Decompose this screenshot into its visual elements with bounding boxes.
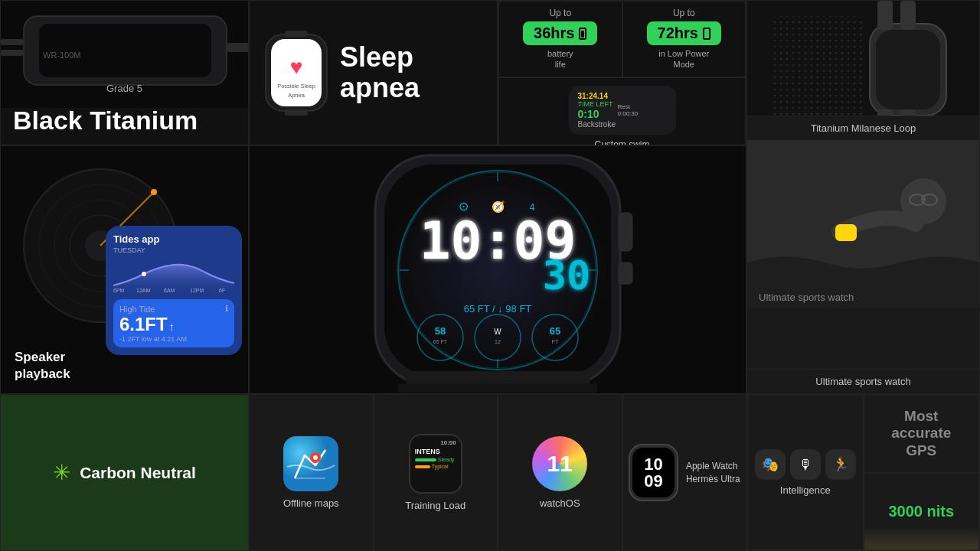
sleep-cell: ♥ Possible Sleep Apnea Sleep apnea: [249, 0, 498, 145]
speaker-label: Speaker playback: [15, 349, 70, 383]
swim-label: Custom swim workouts: [594, 139, 649, 145]
milanese-label: Titanium Milanese Loop: [747, 116, 979, 140]
battery-badge: 36hrs: [523, 21, 597, 45]
sports-watch-label: Ultimate sports watch: [747, 369, 979, 393]
swim-cell: 31:24.14 TIME LEFT 0:10 Rest 0:00:30 Bac…: [498, 77, 746, 145]
right-top-area: Titanium Milanese Loop Ultimate sports w: [746, 0, 980, 394]
speaker-cell: Tides app TUESDAY 6PM 12AM 6AM: [0, 145, 249, 394]
low-power-label: in Low Power Mode: [658, 48, 709, 70]
sports-watch-image: Ultimate sports watch: [747, 140, 979, 369]
svg-text:65 FT: 65 FT: [433, 339, 448, 344]
svg-rect-47: [619, 262, 632, 284]
svg-rect-22: [877, 109, 893, 116]
svg-rect-71: [398, 383, 597, 393]
intelligence-cell: 🎭 🎙 🏃 Intelligence: [747, 395, 864, 550]
hermes-cell: 10 09 Apple Watch Hermès Ultra: [622, 394, 747, 551]
svg-text:30: 30: [543, 253, 591, 298]
svg-rect-21: [900, 1, 916, 30]
gps-cell: Most accurate GPS: [864, 395, 980, 473]
svg-rect-12: [285, 31, 308, 37]
swim-timeleft: 0:10: [578, 108, 613, 120]
svg-rect-20: [877, 1, 893, 30]
intel-icon-3: 🏃: [825, 449, 856, 480]
svg-text:12PM: 12PM: [190, 288, 204, 293]
intel-icon-1: 🎭: [755, 449, 786, 480]
svg-text:12: 12: [495, 339, 501, 344]
svg-text:Ultimate sports watch: Ultimate sports watch: [759, 292, 854, 303]
sports-svg: Ultimate sports watch: [747, 140, 979, 308]
svg-text:6AM: 6AM: [164, 288, 175, 293]
svg-text:♥: ♥: [290, 55, 303, 79]
top-col3-cell: Up to 36hrs battery life Up to 72hrs in …: [498, 0, 746, 145]
training-watch-icon: 10:00 INTENS Steady Typical: [409, 434, 462, 494]
milanese-image: [747, 1, 979, 116]
svg-rect-19: [876, 30, 940, 109]
tide-label: High Tide: [119, 305, 155, 314]
svg-rect-72: [283, 436, 338, 491]
nits-value: 3000 nits: [888, 503, 954, 520]
svg-point-39: [142, 272, 146, 276]
intel-icon-2: 🎙: [790, 449, 821, 480]
hermes-watch-area: 10 09 Apple Watch Hermès Ultra: [629, 444, 740, 501]
up-to-label2: Up to: [673, 8, 695, 18]
milanese-svg: [747, 1, 979, 116]
svg-rect-30: [835, 224, 857, 241]
carbon-icon: ✳: [53, 460, 70, 485]
svg-rect-3: [1, 39, 24, 45]
hermes-time-h: 10: [644, 456, 662, 473]
svg-point-38: [151, 189, 157, 195]
svg-text:FT: FT: [552, 339, 559, 344]
svg-rect-4: [1, 50, 24, 56]
watchos-icon: 11: [532, 436, 587, 491]
svg-text:W: W: [494, 328, 501, 336]
battery-cell: Up to 36hrs battery life: [498, 1, 622, 77]
intelligence-icons: 🎭 🎙 🏃: [755, 449, 856, 480]
svg-text:WR-100M: WR-100M: [43, 51, 81, 60]
svg-text:6F: 6F: [219, 288, 225, 293]
grade-label: Grade 5: [106, 83, 142, 94]
tides-day: TUESDAY: [113, 246, 234, 254]
nits-cell: 3000 nits: [864, 473, 980, 551]
svg-text:58: 58: [435, 325, 446, 337]
offline-maps-label: Offline maps: [283, 497, 339, 509]
svg-point-74: [313, 455, 318, 460]
training-load-cell: 10:00 INTENS Steady Typical Training Loa…: [374, 394, 498, 551]
maps-icon: [283, 436, 338, 491]
training-load-label: Training Load: [405, 500, 466, 511]
up-to-label: Up to: [549, 8, 571, 18]
hermes-time-m: 09: [644, 473, 662, 490]
watchos-cell: 11 watchOS: [498, 394, 622, 551]
svg-rect-46: [619, 213, 632, 251]
carbon-neutral-cell: ✳ Carbon Neutral: [0, 394, 249, 551]
svg-text:Possible Sleep: Possible Sleep: [277, 83, 315, 90]
svg-text:⊙: ⊙: [459, 200, 469, 213]
carbon-label: Carbon Neutral: [80, 464, 196, 482]
svg-text:6PM: 6PM: [113, 288, 125, 293]
main-watch-cell: 10:09 30 65 FT / ↓ 98 FT 58 65 FT W 12 6…: [249, 145, 746, 394]
low-power-cell: Up to 72hrs in Low Power Mode: [622, 1, 746, 77]
svg-text:Apnea: Apnea: [288, 92, 305, 99]
watchos-label: watchOS: [540, 497, 580, 509]
tide-low: -1.2FT low at 4:21 AM: [119, 335, 228, 343]
watch-face-svg: 10:09 30 65 FT / ↓ 98 FT 58 65 FT W 12 6…: [329, 148, 666, 393]
tides-app-title: Tides app: [113, 233, 234, 245]
svg-text:🧭: 🧭: [492, 201, 505, 214]
swim-time: 31:24.14: [578, 92, 667, 100]
hermes-watch-body: 10 09: [629, 444, 678, 501]
tides-card: Tides app TUESDAY 6PM 12AM 6AM: [106, 226, 242, 355]
low-power-badge: 72hrs: [647, 21, 721, 45]
bottom-cells: Offline maps 10:00 INTENS Steady Typical…: [249, 394, 746, 551]
watch-sleep-image: ♥ Possible Sleep Apnea: [262, 27, 331, 119]
tides-chart: 6PM 12AM 6AM 12PM 6F: [113, 259, 234, 293]
offline-maps-cell: Offline maps: [249, 394, 374, 551]
battery-label: battery life: [547, 48, 573, 70]
svg-rect-5: [227, 43, 248, 52]
hermes-label2: Hermès Ultra: [686, 473, 740, 486]
titanium-cell: WR-100M Grade 5 Black Titanium: [0, 0, 249, 145]
svg-text:12AM: 12AM: [136, 288, 150, 293]
sleep-text: Sleep apnea: [340, 42, 420, 103]
svg-rect-23: [900, 109, 916, 116]
tides-footer: High Tide ℹ 6.1FT ↑ -1.2FT low at 4:21 A…: [113, 299, 234, 347]
hermes-label1: Apple Watch: [686, 460, 740, 473]
svg-text:65 FT / ↓ 98 FT: 65 FT / ↓ 98 FT: [464, 303, 532, 315]
